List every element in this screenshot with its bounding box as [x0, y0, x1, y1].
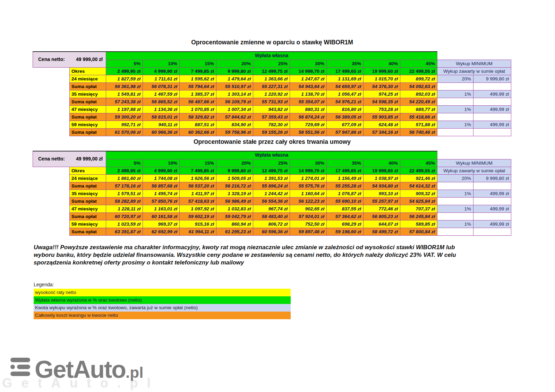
installment-cell: 677,09 zł	[327, 121, 364, 128]
installment-cell: 943,82 zł	[253, 105, 290, 113]
installment-cell: 1 244,42 zł	[253, 190, 290, 197]
spacer-cell	[33, 220, 70, 228]
getauto-list-icon	[10, 358, 30, 376]
suma-cell: 56 740,46 zł	[400, 128, 437, 136]
installment-cell: 1 131,69 zł	[327, 75, 364, 82]
installment-cell: 707,37 zł	[400, 205, 437, 212]
spacer-cell	[33, 128, 70, 136]
icon-bar-middle	[10, 365, 30, 369]
suma-cell: 57 178,16 zł	[106, 182, 143, 190]
spacer-cell	[33, 182, 70, 190]
installment-cell: 1 070,85 zł	[180, 105, 216, 113]
installment-cell: 940,11 zł	[143, 121, 180, 128]
suma-cell: 56 245,84 zł	[400, 212, 437, 220]
suma-cell: 59 198,60 zł	[327, 228, 364, 235]
suma-cell: 56 537,20 zł	[180, 182, 216, 190]
installment-cell: 729,69 zł	[290, 121, 327, 128]
installment-cell: 880,31 zł	[290, 105, 327, 113]
suma-cell: 54 943,64 zł	[290, 82, 327, 90]
percent-header-cell: 15%	[180, 159, 216, 167]
wplata-amount-cell: 12 499,75 zł	[253, 167, 290, 174]
percent-header-cell: 15%	[180, 60, 216, 67]
table-row: Suma opłat57 243,38 zł56 865,52 zł56 487…	[33, 98, 511, 105]
table-row: Suma opłat59 300,20 zł58 815,01 zł58 329…	[33, 113, 511, 121]
installment-cell: 1 015,70 zł	[364, 75, 400, 82]
installment-cell: 915,16 zł	[180, 220, 216, 228]
wplata-amount-cell: 2 499,95 zł	[106, 167, 143, 174]
wykup-empty-cell	[437, 182, 473, 190]
table-row: Suma opłat63 391,87 zł62 692,99 zł61 994…	[33, 228, 511, 235]
spacer-cell	[33, 167, 70, 174]
suma-cell: 54 376,30 zł	[364, 82, 400, 90]
wykup-zawarty-header: Wykup zawarty w sumie opłat	[437, 67, 511, 75]
installment-cell: 698,29 zł	[327, 220, 364, 228]
suma-cell: 54 598,35 zł	[364, 98, 400, 105]
suma-cell: 59 602,19 zł	[180, 212, 216, 220]
suma-cell: 56 122,23 zł	[290, 197, 327, 205]
wykup-percent-cell: 1%	[437, 121, 473, 128]
cena-netto-label: Cena netto:	[38, 56, 65, 63]
row-label: 47 miesięcy	[70, 205, 106, 212]
table-row: Suma opłat57 178,16 zł56 857,68 zł56 537…	[33, 182, 511, 190]
logo-tld: .pl	[126, 364, 143, 381]
installment-cell: 969,37 zł	[143, 220, 180, 228]
installment-cell: 1 744,08 zł	[143, 174, 180, 182]
suma-cell: 56 857,68 zł	[143, 182, 180, 190]
suma-cell: 57 243,38 zł	[106, 98, 143, 105]
installment-cell: 753,28 zł	[364, 105, 400, 113]
percent-header-cell: 35%	[327, 159, 364, 167]
wplata-amount-cell: 17 499,65 zł	[327, 167, 364, 174]
installment-cell: 1 579,51 zł	[106, 190, 143, 197]
row-label: Suma opłat	[70, 197, 106, 205]
row-label: Suma opłat	[70, 128, 106, 136]
wplata-wlasna-header: Wpłata własna	[106, 151, 437, 159]
installment-cell: 806,72 zł	[253, 220, 290, 228]
installment-cell: 1 038,97 zł	[364, 174, 400, 182]
installment-cell: 1 247,67 zł	[290, 75, 327, 82]
wykup-amount-cell: 9 999,80 zł	[473, 75, 511, 82]
installment-cell: 921,46 zł	[400, 174, 437, 182]
suma-cell: 56 865,52 zł	[143, 98, 180, 105]
table-row: Suma opłat58 282,89 zł57 850,76 zł57 418…	[33, 197, 511, 205]
wykup-empty-cell	[437, 113, 473, 121]
legend-item: Całkowity koszt leasingu w kwocie netto	[34, 312, 291, 319]
wykup-empty-cell	[437, 98, 473, 105]
wykup-empty-cell	[437, 197, 473, 205]
note-line: wyboru banku, który będzie udzielał fina…	[34, 251, 519, 259]
spacer-cell	[33, 105, 70, 113]
suma-cell: 60 720,97 zł	[106, 212, 143, 220]
suma-cell: 58 499,72 zł	[364, 228, 400, 235]
wykup-percent-cell: 1%	[437, 220, 473, 228]
rate-table-block: Oprocentowanie zmienne w oparciu o stawk…	[33, 38, 512, 136]
wykup-empty-cell	[473, 82, 511, 90]
wplata-amount-cell: 2 499,95 zł	[106, 67, 143, 75]
wykup-empty-cell	[437, 82, 473, 90]
wykup-amount-cell: 499,99 zł	[473, 205, 511, 212]
suma-cell: 57 947,86 zł	[327, 128, 364, 136]
suma-cell: 59 897,48 zł	[290, 228, 327, 235]
installment-cell: 1 391,53 zł	[253, 174, 290, 182]
row-label: 24 miesiące	[70, 174, 106, 182]
suma-cell: 57 844,62 zł	[216, 113, 253, 121]
installment-cell: 772,46 zł	[364, 205, 400, 212]
okres-label: Okres	[70, 167, 106, 174]
suma-cell: 59 300,20 zł	[106, 113, 143, 121]
suma-cell: 62 692,99 zł	[143, 228, 180, 235]
suma-cell: 54 825,84 zł	[400, 197, 437, 205]
installment-cell: 1 328,19 zł	[216, 190, 253, 197]
wplata-amount-cell: 12 499,75 zł	[253, 67, 290, 75]
wplata-amount-cell: 17 499,65 zł	[327, 67, 364, 75]
installment-cell: 1 411,97 zł	[180, 190, 216, 197]
percent-header-cell: 30%	[290, 60, 327, 67]
suma-cell: 57 359,43 zł	[253, 113, 290, 121]
wykup-empty-cell	[473, 128, 511, 136]
suma-cell: 55 794,64 zł	[180, 82, 216, 90]
spacer-cell	[33, 174, 70, 182]
percent-header-cell: 45%	[400, 159, 437, 167]
suma-cell: 57 800,84 zł	[400, 228, 437, 235]
installment-cell: 1 056,47 zł	[327, 90, 364, 98]
suma-cell: 56 487,66 zł	[180, 98, 216, 105]
rate-table: Cena netto:49 999,00 złWpłata własna5%10…	[33, 51, 511, 136]
wplata-amount-cell: 9 999,80 zł	[216, 167, 253, 174]
installment-cell: 1 134,36 zł	[143, 105, 180, 113]
